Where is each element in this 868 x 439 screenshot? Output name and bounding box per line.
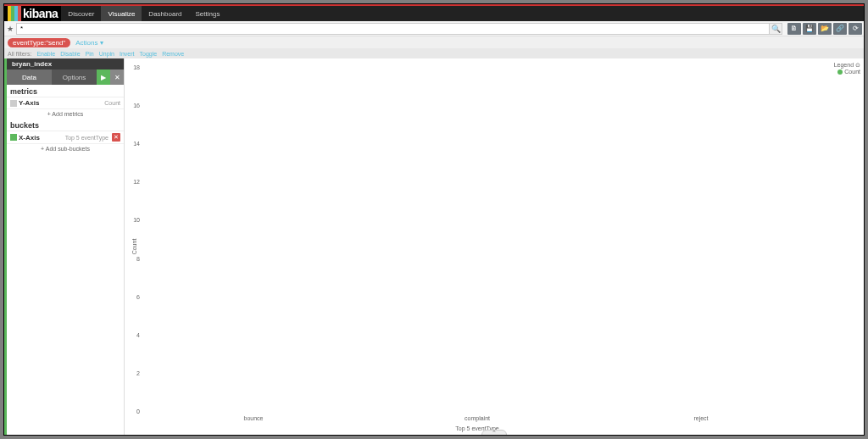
filters-enable[interactable]: Enable (36, 51, 55, 57)
bars-container: bouncecomplaintreject (142, 67, 813, 411)
y-axis: 024681012141618 (126, 67, 140, 411)
x-tick: bounce (244, 415, 264, 421)
vis-toolbar: 🗎 💾 📂 🔗 ⟳ (787, 23, 862, 35)
new-vis-button[interactable]: 🗎 (787, 23, 801, 35)
folder-icon: 📂 (821, 25, 829, 32)
sidebar-tabs: Data Options ▶ ✕ (7, 69, 124, 85)
remove-bucket-button[interactable]: ✕ (112, 133, 120, 142)
query-star-icon[interactable]: ★ (4, 25, 16, 33)
brand-name: kibana (23, 7, 58, 20)
filter-pill-row: eventType:"send" Actions ▾ (4, 36, 864, 48)
nav-discover[interactable]: Discover (61, 6, 101, 21)
chart-area: Legend ⊙ Count Count 024681012141618 bou… (125, 58, 864, 435)
legend-title: Legend ⊙ (834, 62, 860, 69)
refresh-vis-button[interactable]: ⟳ (849, 23, 862, 35)
legend-swatch-icon (837, 69, 843, 75)
filters-toggle[interactable]: Toggle (140, 51, 158, 57)
metric-value: Count (104, 100, 120, 106)
index-pattern-name[interactable]: bryan_index (7, 58, 124, 69)
metric-color-swatch (10, 100, 17, 107)
nav-visualize[interactable]: Visualize (101, 6, 142, 21)
nav-settings[interactable]: Settings (189, 6, 227, 21)
save-vis-button[interactable]: 💾 (803, 23, 816, 35)
load-vis-button[interactable]: 📂 (818, 23, 832, 35)
plot-region: 024681012141618 bouncecomplaintreject To… (142, 67, 813, 411)
all-filters-strip: All filters: Enable Disable Pin Unpin In… (4, 48, 864, 58)
filters-disable[interactable]: Disable (60, 51, 80, 57)
bucket-value: Top 5 eventType (65, 135, 108, 141)
y-tick: 10 (126, 217, 140, 223)
primary-nav: Discover Visualize Dashboard Settings (61, 6, 226, 21)
buckets-heading: buckets (7, 119, 124, 131)
metrics-heading: metrics (7, 85, 124, 97)
brand-logo[interactable]: kibana (4, 6, 61, 21)
refresh-icon: ⟳ (853, 25, 859, 32)
y-tick: 14 (126, 141, 140, 147)
all-filters-label: All filters: (8, 51, 31, 57)
x-axis-label: Top 5 eventType (142, 425, 813, 431)
share-vis-button[interactable]: 🔗 (833, 23, 847, 35)
y-tick: 12 (126, 179, 140, 185)
y-tick: 6 (126, 293, 140, 299)
add-metric-button[interactable]: + Add metrics (7, 108, 124, 119)
metric-row[interactable]: Y-Axis Count (7, 97, 124, 108)
search-button[interactable]: 🔍 (769, 23, 782, 35)
search-bar-row: ★ 🔍 🗎 💾 📂 🔗 ⟳ (4, 21, 864, 36)
query-input[interactable] (16, 23, 770, 35)
nav-dashboard[interactable]: Dashboard (142, 6, 188, 21)
filters-pin[interactable]: Pin (86, 51, 94, 57)
share-icon: 🔗 (836, 25, 844, 32)
filter-pill[interactable]: eventType:"send" (8, 38, 70, 47)
chart-legend[interactable]: Legend ⊙ Count (834, 62, 860, 75)
y-tick: 0 (126, 408, 140, 414)
vis-editor-sidebar: bryan_index Data Options ▶ ✕ metrics Y-A… (4, 58, 125, 435)
bucket-color-swatch (10, 134, 17, 141)
close-icon: ✕ (114, 74, 120, 81)
discard-changes-button[interactable]: ✕ (110, 69, 124, 85)
apply-changes-button[interactable]: ▶ (97, 69, 110, 85)
y-tick: 4 (126, 331, 140, 337)
y-tick: 16 (126, 103, 140, 108)
top-navbar: kibana Discover Visualize Dashboard Sett… (4, 4, 864, 21)
main-area: bryan_index Data Options ▶ ✕ metrics Y-A… (4, 58, 864, 435)
filter-actions-dropdown[interactable]: Actions ▾ (75, 39, 103, 47)
filters-remove[interactable]: Remove (162, 51, 184, 57)
play-icon: ▶ (101, 74, 106, 81)
legend-series-label: Count (844, 69, 860, 75)
search-icon: 🔍 (771, 25, 781, 33)
save-icon: 💾 (805, 25, 814, 32)
chevron-up-icon: ⌃ (492, 430, 497, 435)
x-tick: reject (693, 415, 708, 421)
app-window: kibana Discover Visualize Dashboard Sett… (3, 3, 865, 436)
tab-options[interactable]: Options (52, 69, 97, 85)
y-tick: 2 (126, 370, 140, 375)
bucket-label: X-Axis (19, 134, 40, 142)
file-icon: 🗎 (791, 25, 798, 32)
logo-stripes-icon (8, 6, 21, 21)
y-tick: 8 (126, 255, 140, 261)
tab-data[interactable]: Data (7, 69, 52, 85)
spy-panel-toggle[interactable]: ⌃ (481, 430, 507, 435)
metric-label: Y-Axis (19, 99, 39, 107)
y-tick: 18 (126, 64, 140, 70)
filters-unpin[interactable]: Unpin (99, 51, 114, 57)
add-sub-bucket-button[interactable]: + Add sub-buckets (7, 143, 124, 153)
filters-invert[interactable]: Invert (120, 51, 135, 57)
x-tick: complaint (465, 415, 490, 421)
bucket-row[interactable]: X-Axis Top 5 eventType ✕ (7, 131, 124, 143)
